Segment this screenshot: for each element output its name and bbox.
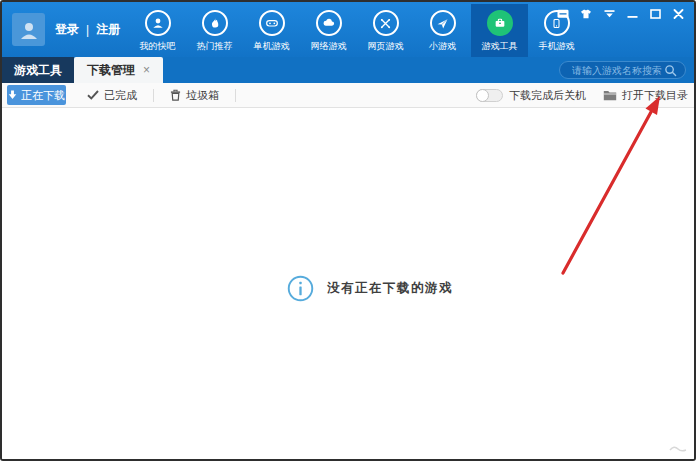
trash-icon <box>170 89 181 101</box>
message-icon[interactable] <box>557 8 569 19</box>
app-window: 登录 | 注册 我的快吧 热门推荐 <box>0 0 696 461</box>
downloading-button[interactable]: 正在下载 <box>7 85 66 105</box>
open-download-dir-button[interactable]: 打开下载目录 <box>603 88 688 103</box>
menu-down-icon[interactable] <box>603 8 615 19</box>
register-link[interactable]: 注册 <box>96 21 120 38</box>
nav-label: 游戏工具 <box>482 40 518 53</box>
user-icon <box>145 10 171 36</box>
shutdown-toggle[interactable] <box>476 89 503 102</box>
toggle-knob <box>476 89 489 102</box>
nav-item-hot[interactable]: 热门推荐 <box>186 4 243 57</box>
nav-label: 单机游戏 <box>254 40 290 53</box>
nav-label: 网页游戏 <box>368 40 404 53</box>
nav-item-mini-games[interactable]: 小游戏 <box>414 4 471 57</box>
tab-game-tools[interactable]: 游戏工具 <box>2 57 74 83</box>
nav-item-online-games[interactable]: 网络游戏 <box>300 4 357 57</box>
empty-state: 没有正在下载的游戏 <box>287 275 453 302</box>
open-download-dir-label: 打开下载目录 <box>622 88 688 103</box>
completed-label: 已完成 <box>104 88 137 103</box>
nav-label: 热门推荐 <box>197 40 233 53</box>
empty-message: 没有正在下载的游戏 <box>327 280 453 297</box>
download-arrow-icon <box>8 90 17 100</box>
check-icon <box>87 90 99 100</box>
nav-label: 小游戏 <box>429 40 456 53</box>
minimize-icon[interactable] <box>626 8 638 19</box>
flame-icon <box>202 10 228 36</box>
paper-plane-icon <box>430 10 456 36</box>
download-list-area: 没有正在下载的游戏 <box>2 108 694 459</box>
search-icon[interactable] <box>664 64 677 77</box>
login-separator: | <box>86 23 89 37</box>
avatar[interactable] <box>12 13 45 46</box>
window-controls <box>557 8 684 19</box>
tab-bar: 游戏工具 下载管理 × <box>2 57 694 83</box>
nav-label: 手机游戏 <box>539 40 575 53</box>
nav-item-my-kuaiba[interactable]: 我的快吧 <box>129 4 186 57</box>
download-toolbar: 正在下载 已完成 垃圾箱 下载完成后关机 <box>2 83 694 108</box>
downloading-label: 正在下载 <box>21 88 65 103</box>
gamepad-icon <box>259 10 285 36</box>
toolbar-divider <box>153 89 154 102</box>
trash-button[interactable]: 垃圾箱 <box>170 88 219 103</box>
info-icon <box>287 275 314 302</box>
maximize-icon[interactable] <box>649 8 661 19</box>
tab-label: 游戏工具 <box>14 62 62 79</box>
search-input[interactable] <box>572 65 664 76</box>
nav-item-web-games[interactable]: 网页游戏 <box>357 4 414 57</box>
toolbox-icon <box>487 10 513 36</box>
toolbar-right: 下载完成后关机 打开下载目录 <box>476 88 688 103</box>
shutdown-toggle-label[interactable]: 下载完成后关机 <box>509 88 586 103</box>
skin-icon[interactable] <box>580 8 592 19</box>
close-icon[interactable] <box>672 8 684 19</box>
login-link[interactable]: 登录 <box>55 21 79 38</box>
trash-label: 垃圾箱 <box>186 88 219 103</box>
nav-item-standalone-games[interactable]: 单机游戏 <box>243 4 300 57</box>
completed-button[interactable]: 已完成 <box>87 88 137 103</box>
folder-icon <box>603 90 617 101</box>
tab-close-icon[interactable]: × <box>143 64 150 76</box>
user-silhouette-icon <box>17 18 41 42</box>
crossed-swords-icon <box>373 10 399 36</box>
toolbar-divider <box>235 89 236 102</box>
topbar: 登录 | 注册 我的快吧 热门推荐 <box>2 2 694 57</box>
cloud-icon <box>316 10 342 36</box>
login-links: 登录 | 注册 <box>55 21 120 38</box>
user-area: 登录 | 注册 <box>12 13 120 46</box>
nav-item-game-tools[interactable]: 游戏工具 <box>471 4 528 57</box>
nav-label: 网络游戏 <box>311 40 347 53</box>
tab-label: 下载管理 <box>87 62 135 79</box>
search-box[interactable] <box>559 61 686 79</box>
nav-label: 我的快吧 <box>140 40 176 53</box>
tab-download-manager[interactable]: 下载管理 × <box>74 57 163 83</box>
main-nav: 我的快吧 热门推荐 单机游戏 网络游戏 <box>129 4 585 57</box>
